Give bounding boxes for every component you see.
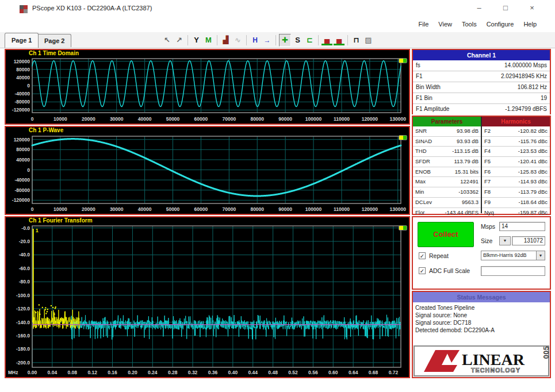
svg-text:0.28: 0.28 [168, 370, 178, 375]
row-label: Bin Width [416, 82, 441, 93]
menu-help[interactable]: Help [523, 21, 537, 28]
svg-text:0.04: 0.04 [48, 370, 58, 375]
collect-button[interactable]: Collect [418, 222, 474, 247]
harmonic-row: F7-114.93 dBc [482, 177, 550, 187]
status-line: Signal source: DC718 [415, 319, 548, 326]
channel-legend-chip[interactable] [399, 135, 407, 140]
logo-graphic: LINEAR TECHNOLOGY [415, 347, 548, 375]
svg-text:80000: 80000 [16, 147, 30, 152]
svg-text:-160.0: -160.0 [16, 333, 30, 339]
window-select-icon[interactable]: ⊏ [304, 34, 315, 46]
status-line: Created Tones Pipeline [415, 304, 548, 312]
repeat-checkbox[interactable]: ✓ [419, 252, 426, 259]
toolbar-separator [246, 35, 247, 45]
size-dropdown-button[interactable]: ▼ [499, 236, 511, 245]
parameters-table: SNR93.98 dBSINAD93.93 dBTHD-113.15 dBSFD… [413, 126, 481, 213]
close-button[interactable]: × [525, 3, 539, 12]
filter-icon[interactable]: Y [191, 34, 202, 46]
svg-text:0.08: 0.08 [67, 370, 77, 375]
adc-fullscale-input[interactable] [481, 266, 545, 276]
parameter-row: DCLev9563.3 [413, 198, 481, 208]
menu-tools[interactable]: Tools [462, 21, 477, 28]
svg-text:0: 0 [31, 116, 34, 122]
pwave-plot[interactable]: 12000080000400000-40000-80000-1200000100… [6, 134, 409, 214]
minimize-button[interactable]: – [472, 3, 486, 12]
svg-text:-120000: -120000 [12, 107, 30, 113]
svg-text:-60.0: -60.0 [19, 266, 30, 271]
maximize-button[interactable]: □ [499, 3, 512, 12]
status-messages: Created Tones Pipeline Signal source: No… [413, 302, 550, 336]
export-image-icon[interactable]: ▨ [363, 34, 374, 46]
menu-file[interactable]: File [419, 21, 429, 28]
svg-text:50000: 50000 [166, 116, 180, 122]
msps-input[interactable]: 14 [499, 222, 545, 231]
zoom-out-icon[interactable]: ↖ [162, 34, 173, 46]
svg-text:130000: 130000 [390, 116, 407, 122]
window-function-dropdown[interactable]: Blkmn-Harris 92dB ▼ [481, 251, 545, 260]
channel-legend-chip[interactable] [399, 225, 407, 230]
parameter-row: Max122491 [413, 177, 481, 187]
svg-text:50000: 50000 [166, 206, 180, 212]
harmonic-row: F8-113.79 dBc [482, 187, 550, 198]
row-value: 106.812 Hz [518, 82, 547, 93]
collect-panel: Collect Msps 14 Size ▼ 131072 ✓ Repeat B… [412, 216, 551, 290]
measurements-icon[interactable]: M [203, 34, 214, 46]
svg-text:MHz: MHz [8, 370, 18, 375]
svg-text:110000: 110000 [334, 206, 350, 212]
svg-text:0.56: 0.56 [308, 370, 318, 375]
adc-fullscale-checkbox[interactable]: ✓ [419, 267, 426, 274]
average-hold-icon[interactable]: H [250, 34, 261, 46]
svg-text:0: 0 [27, 83, 30, 89]
svg-text:TECHNOLOGY: TECHNOLOGY [471, 367, 520, 374]
svg-text:-40.0: -40.0 [19, 252, 30, 258]
menu-view[interactable]: View [438, 21, 452, 28]
info-row-f1bin: F1 Bin19 [413, 93, 550, 104]
svg-text:80000: 80000 [250, 116, 264, 122]
svg-text:40000: 40000 [138, 206, 152, 212]
harmonic-row: F5-120.41 dBc [482, 157, 550, 167]
info-row-f1amp: F1 Amplitude-1.294799 dBFS [413, 104, 550, 114]
histogram-icon[interactable]: ▟ [220, 34, 231, 46]
harmonic-row: F9-118.64 dBc [482, 198, 550, 208]
svg-text:90000: 90000 [278, 206, 292, 212]
parameter-row: SFDR113.79 dB [413, 157, 481, 167]
time-domain-plot[interactable]: 12000080000400000-40000-80000-1200000100… [6, 57, 409, 124]
chevron-down-icon[interactable]: ▼ [536, 251, 545, 260]
size-input[interactable]: 131072 [512, 236, 545, 245]
parameter-row: THD-113.15 dB [413, 147, 481, 157]
tab-page-1[interactable]: Page 1 [5, 33, 39, 48]
toolbar-separator [187, 35, 188, 45]
svg-text:40000: 40000 [16, 157, 30, 163]
demo-board-a-icon[interactable]: ▄ [321, 35, 332, 45]
row-label: fs [416, 60, 420, 71]
tab-page-2[interactable]: Page 2 [37, 34, 71, 47]
harmonic-row: F2-120.82 dBc [482, 126, 550, 137]
pulse-icon[interactable]: ⊓ [351, 34, 362, 46]
svg-text:0.44: 0.44 [248, 370, 258, 375]
channel-legend-chip[interactable] [399, 58, 407, 63]
tab-bar: Page 1 Page 2 ↖ ↗ Y M ▟ ∿ H → ✚ S ⊏ ▄ ▄ … [0, 32, 555, 48]
svg-text:120000: 120000 [362, 116, 378, 122]
svg-text:90000: 90000 [278, 116, 292, 122]
tones-active-icon[interactable]: ✚ [279, 34, 291, 47]
svg-text:0.64: 0.64 [349, 370, 358, 375]
svg-text:0.32: 0.32 [188, 370, 198, 375]
svg-text:-120.0: -120.0 [16, 306, 30, 312]
svg-text:0.24: 0.24 [148, 370, 158, 375]
menu-bar: File View Tools Configure Help [419, 21, 537, 28]
svg-text:-20.0: -20.0 [19, 239, 30, 244]
demo-board-b-icon[interactable]: ▄ [334, 35, 345, 45]
svg-text:60000: 60000 [194, 206, 208, 212]
row-value: 2.029418945 KHz [501, 71, 547, 82]
average-run-icon[interactable]: → [262, 34, 273, 46]
samples-icon[interactable]: S [292, 34, 303, 46]
parameter-row: SNR93.98 dB [413, 126, 481, 137]
fft-plot[interactable]: -0.0-20.0-40.0-60.0-80.0-100.0-120.0-140… [6, 224, 409, 377]
svg-text:0.12: 0.12 [87, 370, 97, 375]
toolbar-separator [217, 35, 217, 45]
menu-configure[interactable]: Configure [487, 21, 514, 28]
zoom-in-icon[interactable]: ↗ [174, 34, 185, 46]
msps-label: Msps [481, 223, 495, 230]
status-line: Detected demobd: DC2290A-A [415, 326, 548, 334]
svg-text:0.48: 0.48 [268, 370, 278, 375]
